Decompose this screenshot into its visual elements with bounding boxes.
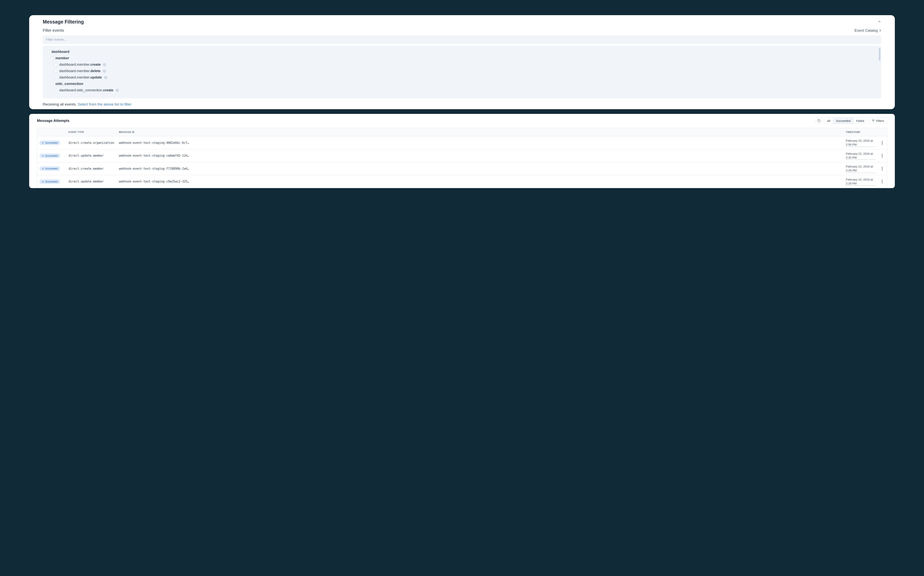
col-header-actions xyxy=(877,128,887,136)
message-id: webhook-event-test-staging-c9e25ac2-3259… xyxy=(119,180,191,183)
row-actions-button[interactable] xyxy=(880,141,884,145)
check-icon xyxy=(42,181,44,183)
status-badge: Succeeded xyxy=(40,154,60,158)
tree-group[interactable]: member xyxy=(43,55,881,61)
tree-leaf-label: dashboard.member.update xyxy=(59,75,102,80)
tree-group[interactable]: oidc_connection xyxy=(43,81,881,87)
checkbox-icon[interactable] xyxy=(55,76,57,79)
col-header-message: MESSAGE ID xyxy=(117,128,844,136)
event-type: direct.update.member xyxy=(69,154,114,157)
event-type: direct.update.member xyxy=(69,180,114,183)
timestamp: February 22, 2024 at 2:56 PM xyxy=(846,139,875,147)
status-badge: Succeeded xyxy=(40,179,60,184)
tree-group-label: member xyxy=(55,56,69,60)
col-header-timestamp: TIMESTAMP xyxy=(844,128,877,136)
col-header-event: EVENT TYPE xyxy=(66,128,117,136)
col-header-status xyxy=(37,128,66,136)
checkbox-icon[interactable] xyxy=(55,63,57,66)
refresh-button[interactable] xyxy=(816,117,822,124)
collapse-icon[interactable] xyxy=(878,20,881,24)
attempts-title: Message Attempts xyxy=(37,118,69,123)
checkbox-icon[interactable] xyxy=(55,89,57,92)
message-id: webhook-event-test-staging-f718890b-2a45… xyxy=(119,167,191,170)
timestamp: February 22, 2024 at 2:32 PM xyxy=(846,152,875,160)
status-label: Succeeded xyxy=(45,180,58,183)
refresh-icon xyxy=(817,119,821,122)
filters-label: Filters xyxy=(876,119,884,122)
status-label: Succeeded xyxy=(45,167,58,170)
row-actions-button[interactable] xyxy=(880,180,884,183)
table-row[interactable]: Succeeded direct.create.member webhook-e… xyxy=(37,162,887,175)
status-label: Succeeded xyxy=(45,141,58,144)
filters-button[interactable]: Filters xyxy=(869,117,887,124)
filtering-card: Message Filtering Filter events Event Ca… xyxy=(29,15,895,109)
status-label: Succeeded xyxy=(45,154,58,157)
event-type: direct.create.member xyxy=(69,167,114,170)
event-catalog-link[interactable]: Event Catalog xyxy=(855,28,881,33)
status-tab-all[interactable]: All xyxy=(825,118,833,124)
row-actions-button[interactable] xyxy=(880,154,884,157)
tree-group-label: oidc_connection xyxy=(55,82,83,86)
attempts-card: Message Attempts All Succeeded Failed Fi… xyxy=(29,114,895,188)
event-type: direct.create.organization xyxy=(69,141,114,145)
check-icon xyxy=(42,155,44,157)
status-tab-succeeded[interactable]: Succeeded xyxy=(833,118,853,124)
filtering-subrow: Filter events Event Catalog xyxy=(43,28,881,33)
attempts-header: Message Attempts All Succeeded Failed Fi… xyxy=(37,117,887,124)
tree-root-label: dashboard xyxy=(51,50,69,54)
filtering-title: Message Filtering xyxy=(43,19,84,25)
tree-leaf-label: dashboard.member.delete xyxy=(59,69,101,73)
tree-leaf-label: dashboard.member.create xyxy=(59,62,101,67)
info-icon[interactable]: i xyxy=(103,70,106,73)
tree-leaf[interactable]: dashboard.member.update i xyxy=(43,74,881,81)
checkbox-icon[interactable] xyxy=(51,57,53,60)
tree-root[interactable]: dashboard xyxy=(43,49,881,55)
check-icon xyxy=(42,142,44,144)
status-badge: Succeeded xyxy=(40,166,60,171)
checkbox-icon[interactable] xyxy=(51,82,53,85)
info-icon[interactable]: i xyxy=(116,89,119,92)
event-catalog-label: Event Catalog xyxy=(855,28,878,33)
table-row[interactable]: Succeeded direct.update.member webhook-e… xyxy=(37,149,887,162)
timestamp: February 22, 2024 at 2:26 PM xyxy=(846,178,875,186)
tree-leaf[interactable]: dashboard.member.delete i xyxy=(43,68,881,74)
info-icon[interactable]: i xyxy=(104,76,107,79)
status-badge: Succeeded xyxy=(40,141,60,145)
event-tree: dashboard member dashboard.member.create… xyxy=(43,46,881,98)
checkbox-icon[interactable] xyxy=(55,70,57,72)
message-id: webhook-event-test-staging-4002e66c-6cf9… xyxy=(119,141,191,145)
filtering-header: Message Filtering xyxy=(43,19,881,25)
chevron-right-icon xyxy=(879,29,881,32)
row-actions-button[interactable] xyxy=(880,167,884,170)
status-filter-segment: All Succeeded Failed xyxy=(824,117,867,124)
filter-events-label: Filter events xyxy=(43,28,64,33)
attempts-controls: All Succeeded Failed Filters xyxy=(816,117,887,124)
filter-footer-link[interactable]: Select from the above list to filter. xyxy=(78,102,132,106)
status-tab-failed[interactable]: Failed xyxy=(853,118,867,124)
message-id: webhook-event-test-staging-ca0abf45-12d4… xyxy=(119,154,191,157)
filter-footer: Receiving all events. Select from the ab… xyxy=(43,98,881,109)
table-row[interactable]: Succeeded direct.update.member webhook-e… xyxy=(37,175,887,188)
scrollbar-thumb[interactable] xyxy=(879,48,881,61)
timestamp: February 22, 2024 at 2:29 PM xyxy=(846,165,875,173)
filter-icon xyxy=(872,120,874,122)
table-row[interactable]: Succeeded direct.create.organization web… xyxy=(37,136,887,149)
tree-leaf[interactable]: dashboard.member.create i xyxy=(43,61,881,68)
attempts-table: EVENT TYPE MESSAGE ID TIMESTAMP Succeede… xyxy=(37,128,887,188)
tree-leaf-label: dashboard.oidc_connection.create xyxy=(59,88,113,92)
tree-leaf[interactable]: dashboard.oidc_connection.create i xyxy=(43,87,881,93)
checkbox-icon[interactable] xyxy=(47,50,50,53)
table-header-row: EVENT TYPE MESSAGE ID TIMESTAMP xyxy=(37,128,887,136)
filter-events-input[interactable] xyxy=(43,35,881,44)
filter-footer-text: Receiving all events. xyxy=(43,102,78,106)
info-icon[interactable]: i xyxy=(103,63,106,66)
check-icon xyxy=(42,168,44,170)
